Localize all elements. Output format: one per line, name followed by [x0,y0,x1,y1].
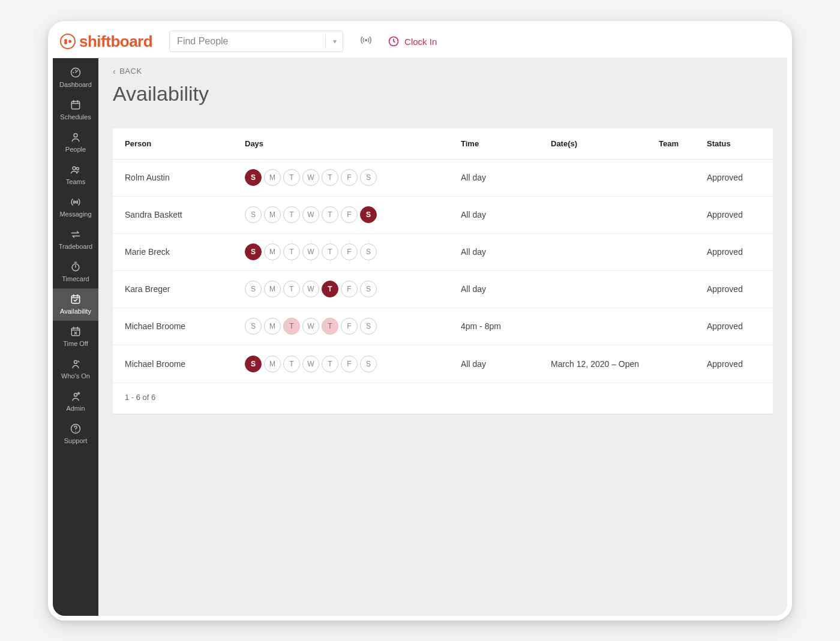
day-pill: T [322,281,338,297]
sidebar-item-label: People [65,146,86,153]
cell-person: Michael Broome [125,359,245,369]
table-row[interactable]: Sandra BaskettSMTWTFSAll dayApproved [113,197,773,234]
day-pill: T [322,243,338,260]
search-placeholder: Find People [177,36,322,47]
day-pill: S [245,281,262,297]
people-icon [70,164,82,176]
sidebar-item-teams[interactable]: Teams [53,159,98,191]
day-pill: M [264,206,281,223]
sidebar-item-timecard[interactable]: Timecard [53,256,98,288]
svg-rect-3 [71,101,79,109]
day-pill: S [245,169,262,186]
day-pill: M [264,356,281,372]
chevron-down-icon[interactable]: ▾ [329,37,340,46]
table-row[interactable]: Michael BroomeSMTWTFS4pm - 8pmApproved [113,308,773,345]
day-pill: T [322,318,338,335]
cell-status: Approved [707,284,767,294]
swap-icon [70,228,82,240]
broadcast-icon [70,196,82,208]
chevron-left-icon: ‹ [113,67,116,76]
day-pill: W [302,356,319,372]
cell-status: Approved [707,321,767,331]
sidebar-item-messaging[interactable]: Messaging [53,191,98,224]
day-pill: M [264,318,281,335]
day-pill: W [302,318,319,335]
help-icon [70,423,82,435]
sidebar: DashboardSchedulesPeopleTeamsMessagingTr… [53,58,98,616]
cell-time: All day [461,359,551,369]
main-content: ‹ BACK Availability Person Days Time Dat… [98,58,787,616]
day-pill: F [341,206,358,223]
day-pill: F [341,356,358,372]
sidebar-item-label: Who's On [61,372,90,380]
table-header: Person Days Time Date(s) Team Status [113,128,773,160]
sidebar-item-label: Schedules [60,113,91,121]
sidebar-item-label: Messaging [59,210,91,218]
cell-person: Sandra Baskett [125,210,245,219]
availability-table: Person Days Time Date(s) Team Status Rol… [113,128,773,414]
svg-point-4 [74,133,77,137]
cell-person: Michael Broome [125,321,245,331]
clock-in-button[interactable]: Clock In [388,35,437,47]
cell-status: Approved [707,210,767,219]
day-pill: T [283,206,300,223]
cal-check-icon [70,293,82,305]
day-pill: S [360,318,377,335]
sidebar-item-support[interactable]: Support [53,418,98,450]
cell-dates: March 12, 2020 – Open [551,359,659,369]
sidebar-item-label: Time Off [63,340,88,347]
cell-person: Rolm Austin [125,173,245,182]
clock-icon [388,35,400,47]
back-link[interactable]: ‹ BACK [113,67,773,76]
find-people-search[interactable]: Find People ▾ [169,31,343,52]
day-pill: T [322,206,338,223]
cell-days: SMTWTFS [245,318,461,335]
stopwatch-icon [70,261,82,273]
cell-status: Approved [707,173,767,182]
search-divider [325,35,326,48]
sidebar-item-who-s-on[interactable]: Who's On [53,353,98,386]
cell-time: All day [461,247,551,257]
sidebar-item-dashboard[interactable]: Dashboard [53,62,98,94]
day-pill: T [322,169,338,186]
sidebar-item-schedules[interactable]: Schedules [53,94,98,127]
col-person: Person [125,139,245,148]
day-pill: S [245,318,262,335]
table-row[interactable]: Rolm AustinSMTWTFSAll dayApproved [113,160,773,197]
day-pill: F [341,169,358,186]
day-pill: S [360,281,377,297]
day-pill: T [322,356,338,372]
day-pill: M [264,169,281,186]
cell-person: Kara Breger [125,284,245,294]
day-pill: T [283,281,300,297]
svg-rect-9 [71,296,79,303]
table-row[interactable]: Marie BreckSMTWTFSAll dayApproved [113,234,773,271]
page-title: Availability [113,82,773,106]
sidebar-item-time-off[interactable]: Time Off [53,321,98,353]
table-row[interactable]: Kara BregerSMTWTFSAll dayApproved [113,271,773,308]
sidebar-item-people[interactable]: People [53,127,98,159]
cell-status: Approved [707,247,767,257]
day-pill: T [283,356,300,372]
broadcast-icon[interactable] [360,34,372,49]
body: DashboardSchedulesPeopleTeamsMessagingTr… [53,58,787,616]
cell-person: Marie Breck [125,247,245,257]
day-pill: S [360,356,377,372]
svg-point-0 [365,39,367,41]
sidebar-item-tradeboard[interactable]: Tradeboard [53,224,98,256]
svg-point-7 [75,201,77,203]
cell-status: Approved [707,359,767,369]
table-row[interactable]: Michael BroomeSMTWTFSAll dayMarch 12, 20… [113,345,773,383]
sidebar-item-label: Availability [60,308,91,315]
brand-logo[interactable]: shiftboard [55,32,157,51]
svg-rect-10 [71,328,79,336]
cell-time: All day [461,173,551,182]
day-pill: S [245,243,262,260]
cell-days: SMTWTFS [245,169,461,186]
pagination-text: 1 - 6 of 6 [113,383,773,414]
sidebar-item-availability[interactable]: Availability [53,288,98,321]
sidebar-item-label: Teams [66,178,85,185]
sidebar-item-admin[interactable]: Admin [53,386,98,418]
cell-days: SMTWTFS [245,206,461,223]
sidebar-item-label: Admin [66,405,85,412]
